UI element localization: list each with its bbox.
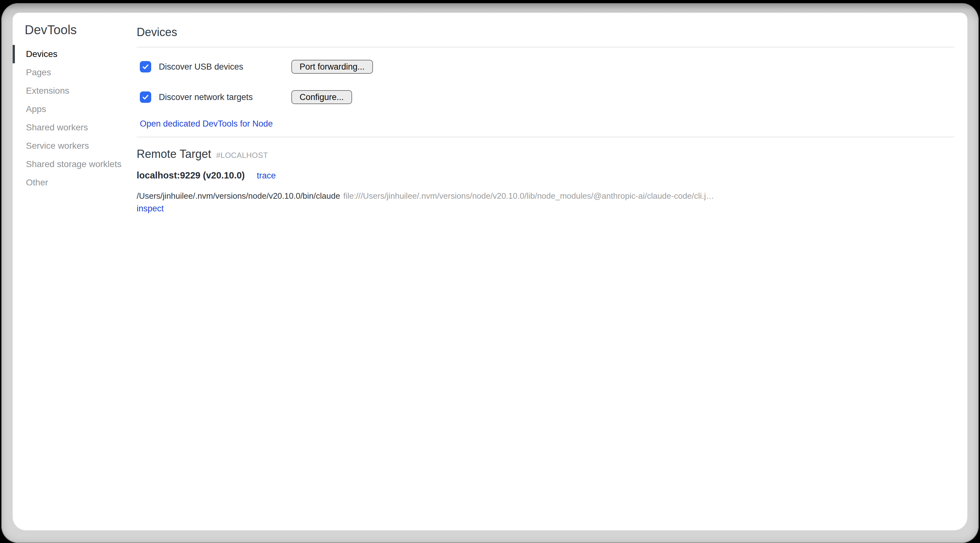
discover-usb-row: Discover USB devices Port forwarding... bbox=[137, 59, 955, 74]
discover-usb-label: Discover USB devices bbox=[159, 62, 243, 72]
app-title: DevTools bbox=[25, 22, 137, 37]
discover-network-checkbox[interactable] bbox=[140, 91, 151, 103]
trace-link[interactable]: trace bbox=[257, 171, 276, 181]
process-path: /Users/jinhuilee/.nvm/versions/node/v20.… bbox=[137, 191, 340, 201]
target-name: localhost:9229 (v20.10.0) bbox=[137, 170, 245, 181]
discover-usb-checkbox[interactable] bbox=[140, 61, 151, 72]
inspect-link[interactable]: inspect bbox=[137, 204, 164, 213]
sidebar-item-shared-workers[interactable]: Shared workers bbox=[13, 118, 137, 137]
configure-button[interactable]: Configure... bbox=[291, 90, 352, 104]
resize-handle[interactable] bbox=[963, 526, 967, 530]
sidebar-item-label: Extensions bbox=[26, 86, 69, 96]
sidebar-item-service-workers[interactable]: Service workers bbox=[13, 137, 137, 155]
remote-target-title: Remote Target bbox=[137, 148, 211, 161]
remote-target-heading-row: Remote Target #LOCALHOST bbox=[137, 148, 955, 161]
window-frame: DevTools Devices Pages Extensions Apps bbox=[1, 3, 979, 543]
page-title: Devices bbox=[137, 26, 955, 38]
sidebar-item-label: Pages bbox=[26, 67, 51, 78]
sidebar: DevTools Devices Pages Extensions Apps bbox=[13, 13, 137, 530]
sidebar-nav: Devices Pages Extensions Apps Shared wor… bbox=[13, 45, 137, 192]
divider bbox=[137, 137, 955, 137]
target-name-row: localhost:9229 (v20.10.0) trace bbox=[137, 170, 955, 181]
target-actions-line: inspect bbox=[137, 202, 955, 215]
localhost-tag: #LOCALHOST bbox=[216, 151, 268, 160]
open-node-devtools-link[interactable]: Open dedicated DevTools for Node bbox=[140, 119, 273, 129]
sidebar-item-apps[interactable]: Apps bbox=[13, 100, 137, 118]
devtools-window: DevTools Devices Pages Extensions Apps bbox=[13, 13, 967, 530]
sidebar-item-label: Devices bbox=[26, 49, 57, 59]
target-path-line: /Users/jinhuilee/.nvm/versions/node/v20.… bbox=[137, 189, 955, 202]
module-url: file:///Users/jinhuilee/.nvm/versions/no… bbox=[343, 191, 714, 201]
sidebar-item-devices[interactable]: Devices bbox=[13, 45, 137, 63]
sidebar-item-other[interactable]: Other bbox=[13, 174, 137, 192]
sidebar-item-label: Shared workers bbox=[26, 123, 88, 132]
sidebar-item-label: Other bbox=[26, 178, 48, 188]
sidebar-item-extensions[interactable]: Extensions bbox=[13, 82, 137, 100]
checkmark-icon bbox=[142, 63, 149, 70]
discover-network-row: Discover network targets Configure... bbox=[137, 90, 955, 104]
port-forwarding-button[interactable]: Port forwarding... bbox=[291, 60, 373, 74]
sidebar-item-shared-storage-worklets[interactable]: Shared storage worklets bbox=[13, 155, 137, 174]
sidebar-item-label: Shared storage worklets bbox=[26, 159, 121, 169]
target-details: /Users/jinhuilee/.nvm/versions/node/v20.… bbox=[137, 189, 955, 215]
checkmark-icon bbox=[142, 93, 149, 101]
sidebar-item-label: Apps bbox=[26, 104, 46, 114]
sidebar-item-label: Service workers bbox=[26, 141, 89, 151]
main-panel: Devices Discover USB devices Port forwar… bbox=[137, 13, 967, 530]
divider bbox=[137, 47, 955, 48]
node-devtools-link-row: Open dedicated DevTools for Node bbox=[137, 119, 955, 129]
desktop-background: DevTools Devices Pages Extensions Apps bbox=[0, 0, 980, 543]
discover-network-label: Discover network targets bbox=[159, 92, 253, 102]
sidebar-item-pages[interactable]: Pages bbox=[13, 63, 137, 82]
